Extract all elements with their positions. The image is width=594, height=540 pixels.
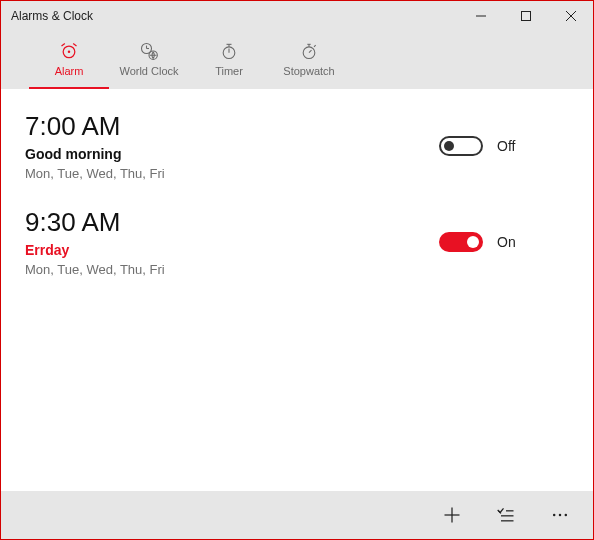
stopwatch-icon xyxy=(299,41,319,61)
window-title: Alarms & Clock xyxy=(11,9,93,23)
minimize-icon xyxy=(476,11,486,21)
minimize-button[interactable] xyxy=(458,1,503,31)
tab-label: Alarm xyxy=(55,65,84,77)
tab-alarm[interactable]: Alarm xyxy=(29,31,109,89)
alarm-info: 9:30 AM Errday Mon, Tue, Wed, Thu, Fri xyxy=(25,207,439,277)
svg-point-28 xyxy=(565,514,568,517)
tab-world-clock[interactable]: World Clock xyxy=(109,31,189,89)
alarm-toggle[interactable] xyxy=(439,136,483,156)
svg-line-17 xyxy=(309,50,312,53)
select-alarms-button[interactable] xyxy=(483,491,529,539)
timer-icon xyxy=(219,41,239,61)
maximize-icon xyxy=(521,11,531,21)
toggle-label: Off xyxy=(497,138,515,154)
tabbar: Alarm World Clock Timer Stopwatch xyxy=(1,31,593,89)
more-button[interactable] xyxy=(537,491,583,539)
svg-line-7 xyxy=(73,44,76,47)
alarm-days: Mon, Tue, Wed, Thu, Fri xyxy=(25,262,439,277)
alarm-item[interactable]: 9:30 AM Errday Mon, Tue, Wed, Thu, Fri O… xyxy=(25,207,569,277)
svg-line-6 xyxy=(62,44,65,47)
alarm-list: 7:00 AM Good morning Mon, Tue, Wed, Thu,… xyxy=(1,89,593,491)
alarm-toggle[interactable] xyxy=(439,232,483,252)
svg-line-20 xyxy=(314,45,316,47)
close-button[interactable] xyxy=(548,1,593,31)
alarm-time: 9:30 AM xyxy=(25,207,439,238)
tab-label: World Clock xyxy=(119,65,178,77)
world-clock-icon xyxy=(139,41,159,61)
svg-point-26 xyxy=(553,514,556,517)
bottombar xyxy=(1,491,593,539)
tab-label: Timer xyxy=(215,65,243,77)
add-alarm-button[interactable] xyxy=(429,491,475,539)
titlebar: Alarms & Clock xyxy=(1,1,593,31)
add-icon xyxy=(442,505,462,525)
alarm-item[interactable]: 7:00 AM Good morning Mon, Tue, Wed, Thu,… xyxy=(25,111,569,181)
select-icon xyxy=(496,505,516,525)
svg-rect-1 xyxy=(521,12,530,21)
alarm-name: Good morning xyxy=(25,146,439,162)
alarm-icon xyxy=(59,41,79,61)
toggle-label: On xyxy=(497,234,516,250)
svg-point-27 xyxy=(559,514,562,517)
maximize-button[interactable] xyxy=(503,1,548,31)
tab-timer[interactable]: Timer xyxy=(189,31,269,89)
more-icon xyxy=(550,505,570,525)
svg-point-5 xyxy=(68,51,71,54)
alarm-info: 7:00 AM Good morning Mon, Tue, Wed, Thu,… xyxy=(25,111,439,181)
tab-label: Stopwatch xyxy=(283,65,334,77)
alarm-time: 7:00 AM xyxy=(25,111,439,142)
tab-stopwatch[interactable]: Stopwatch xyxy=(269,31,349,89)
alarm-days: Mon, Tue, Wed, Thu, Fri xyxy=(25,166,439,181)
alarm-name: Errday xyxy=(25,242,439,258)
close-icon xyxy=(566,11,576,21)
